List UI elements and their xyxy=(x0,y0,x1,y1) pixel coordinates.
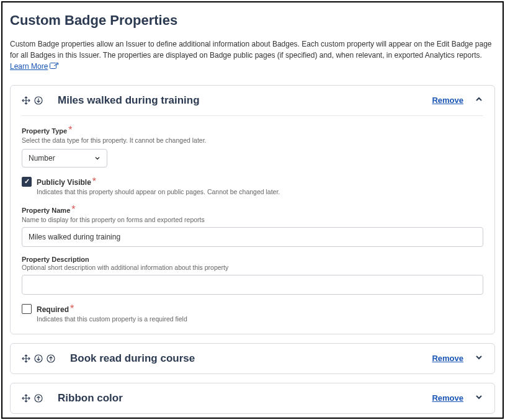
select-value: Number xyxy=(29,154,55,163)
page-description: Custom Badge properties allow an Issuer … xyxy=(10,38,495,73)
chevron-down-icon xyxy=(94,155,101,161)
drag-handle-icon[interactable] xyxy=(22,354,30,363)
move-down-icon[interactable] xyxy=(34,354,43,363)
property-title: Book read during course xyxy=(70,352,432,365)
field-hint: Optional short description with addition… xyxy=(22,264,483,271)
field-hint: Select the data type for this property. … xyxy=(22,136,483,144)
field-property-type: Property Type* Select the data type for … xyxy=(22,125,483,168)
checkbox-label: Publicly Visible xyxy=(37,178,91,187)
required-star: * xyxy=(70,303,74,314)
property-description-input[interactable] xyxy=(22,275,483,295)
move-down-icon[interactable] xyxy=(34,96,43,105)
chevron-down-icon[interactable] xyxy=(475,353,483,364)
field-label: Property Type xyxy=(22,127,67,135)
chevron-down-icon[interactable] xyxy=(475,393,483,404)
page-title: Custom Badge Properties xyxy=(10,12,495,29)
description-text: Custom Badge properties allow an Issuer … xyxy=(10,40,491,60)
remove-link[interactable]: Remove xyxy=(432,393,463,403)
property-card: Miles walked during training Remove Prop… xyxy=(10,85,495,334)
move-up-icon[interactable] xyxy=(47,354,55,363)
checkbox-hint: Indicates that this custom property is a… xyxy=(37,315,187,323)
required-star: * xyxy=(68,125,72,135)
property-card-header: Miles walked during training Remove xyxy=(11,86,494,115)
remove-link[interactable]: Remove xyxy=(432,354,463,363)
drag-handle-icon[interactable] xyxy=(22,96,30,105)
property-card: Book read during course Remove xyxy=(10,343,495,374)
field-property-description: Property Description Optional short desc… xyxy=(22,256,483,295)
required-checkbox[interactable] xyxy=(22,304,32,314)
drag-handle-icon[interactable] xyxy=(22,394,30,403)
property-card-body: Property Type* Select the data type for … xyxy=(11,125,494,334)
move-up-icon[interactable] xyxy=(34,394,43,403)
property-type-select[interactable]: Number xyxy=(22,149,107,168)
property-card-header: Book read during course Remove xyxy=(11,344,494,373)
field-property-name: Property Name* Name to display for this … xyxy=(22,204,483,247)
publicly-visible-checkbox[interactable] xyxy=(22,177,32,187)
divider xyxy=(22,115,483,116)
property-title: Miles walked during training xyxy=(58,94,432,107)
field-publicly-visible: Publicly Visible* Indicates that this pr… xyxy=(22,176,483,195)
svg-rect-0 xyxy=(50,63,56,68)
property-card-header: Ribbon color Remove xyxy=(11,383,494,413)
checkbox-hint: Indicates that this property should appe… xyxy=(37,188,280,195)
property-card: Ribbon color Remove xyxy=(10,383,495,414)
required-star: * xyxy=(71,204,75,215)
required-star: * xyxy=(92,176,96,187)
remove-link[interactable]: Remove xyxy=(432,96,463,105)
property-title: Ribbon color xyxy=(58,392,432,404)
field-label: Property Description xyxy=(22,256,483,263)
property-name-input[interactable] xyxy=(22,227,483,247)
field-hint: Name to display for this property on for… xyxy=(22,216,483,223)
field-label: Property Name xyxy=(22,207,70,214)
external-link-icon xyxy=(50,61,59,73)
checkbox-label: Required xyxy=(37,305,69,314)
field-required: Required* Indicates that this custom pro… xyxy=(22,303,483,323)
chevron-up-icon[interactable] xyxy=(475,95,483,106)
learn-more-link[interactable]: Learn More xyxy=(10,62,48,71)
